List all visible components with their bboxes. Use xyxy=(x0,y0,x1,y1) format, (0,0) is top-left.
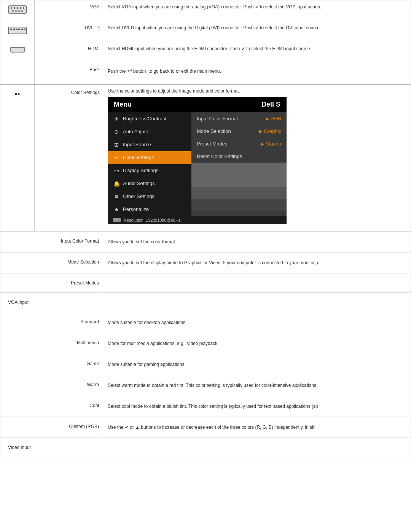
menu-overlay: Menu Dell S ☀ Brightness/Contrast ⊙ Auto… xyxy=(108,97,287,224)
game-detail-desc: Mode suitable for gaming applications. xyxy=(103,354,411,375)
svg-rect-10 xyxy=(8,27,27,34)
arrow-icon: ▶ xyxy=(266,116,269,121)
menu-item-input-source[interactable]: ⊞ Input Source xyxy=(108,138,191,151)
detail-row-standard: Standard Mode suitable for desktop appli… xyxy=(0,312,411,333)
reset-color-label: Reset Color Settings xyxy=(197,153,242,159)
menu-item-input-source-label: Input Source xyxy=(123,142,151,147)
vga-input-detail-desc xyxy=(103,292,411,312)
menu-right-column: Input Color Format ▶ RGB Mode Selection … xyxy=(191,112,287,216)
svg-rect-12 xyxy=(13,29,15,30)
menu-body: ☀ Brightness/Contrast ⊙ Auto Adjust ⊞ In… xyxy=(108,112,287,216)
svg-point-5 xyxy=(23,7,24,9)
svg-point-6 xyxy=(12,10,14,12)
dvi-desc: Select DVI-D input when you are using th… xyxy=(103,21,411,42)
svg-point-3 xyxy=(17,7,18,9)
menu-title: Menu xyxy=(114,101,132,109)
game-detail-label: Game xyxy=(0,354,103,375)
svg-point-9 xyxy=(21,10,23,12)
input-color-format-detail-desc: Allows you to set the color format. xyxy=(103,231,411,252)
svg-point-19 xyxy=(116,219,117,220)
svg-point-18 xyxy=(115,219,115,220)
svg-rect-15 xyxy=(21,29,23,30)
dvi-icon-cell xyxy=(0,21,35,42)
svg-point-1 xyxy=(11,7,12,9)
svg-rect-11 xyxy=(10,29,12,30)
preset-modes-arrow: ▶ Standa xyxy=(261,141,281,147)
vga-desc: Select VGA input when you are using the … xyxy=(103,0,411,21)
menu-item-color-settings[interactable]: •• Color Settings xyxy=(108,151,191,164)
dvi-row: DVI - D Select DVI-D input when you are … xyxy=(0,21,411,42)
vga-icon-cell xyxy=(0,0,35,21)
menu-item-other-settings-label: Other Settings xyxy=(123,193,155,199)
detail-row-game: Game Mode suitable for gaming applicatio… xyxy=(0,354,411,375)
input-color-format-detail-label: Input Color Format xyxy=(0,231,103,252)
svg-rect-17 xyxy=(113,218,121,222)
vga-input-detail-label: VGA input xyxy=(0,292,103,312)
audio-settings-icon: 🔔 xyxy=(113,181,120,187)
menu-item-personalize[interactable]: ★ Personalize xyxy=(108,203,191,216)
menu-footer: Resolution: 1920x1080@60Hz xyxy=(108,216,287,224)
menu-item-audio-settings-label: Audio Settings xyxy=(123,181,155,186)
warm-detail-desc: Select warm mode to obtain a red tint. T… xyxy=(103,375,411,396)
hdmi-desc: Select HDMI input when you are using the… xyxy=(103,42,411,63)
standard-detail-desc: Mode suitable for desktop applications. xyxy=(103,312,411,333)
menu-right-input-color-format[interactable]: Input Color Format ▶ RGB xyxy=(191,112,287,125)
vga-connector-icon xyxy=(8,4,27,15)
mode-arrow-icon: ▶ xyxy=(259,129,263,134)
detail-row-preset-modes: Preset Modes xyxy=(0,273,411,292)
menu-right-empty-4 xyxy=(191,199,287,211)
mode-selection-detail-label: Mode Selection xyxy=(0,252,103,273)
menu-left-column: ☀ Brightness/Contrast ⊙ Auto Adjust ⊞ In… xyxy=(108,112,191,216)
menu-item-personalize-label: Personalize xyxy=(123,206,149,212)
menu-item-brightness[interactable]: ☀ Brightness/Contrast xyxy=(108,112,191,125)
back-label: Back xyxy=(35,63,103,84)
color-settings-description: Use the color settings to adjust the Ima… xyxy=(108,88,406,94)
preset-arrow-icon: ▶ xyxy=(261,141,264,147)
menu-right-empty-1 xyxy=(191,163,287,175)
svg-rect-0 xyxy=(8,6,27,13)
menu-brand: Dell S xyxy=(261,101,280,109)
video-input-detail-desc xyxy=(103,438,411,457)
menu-item-display-settings-label: Display Settings xyxy=(123,168,158,173)
input-color-format-arrow: ▶ RGB xyxy=(266,116,281,121)
hdmi-label: HDMI xyxy=(35,42,103,63)
svg-point-7 xyxy=(15,10,17,12)
color-settings-icon: •• xyxy=(14,90,20,98)
standard-detail-label: Standard xyxy=(0,312,103,333)
custom-rgb-detail-desc: Use the ✔ or ▲ buttons to increase or de… xyxy=(103,417,411,438)
video-input-detail-label: Video input xyxy=(0,438,103,457)
detail-row-warm: Warm Select warm mode to obtain a red ti… xyxy=(0,375,411,396)
back-desc: Push the ↩ button to go back to or exit … xyxy=(103,63,411,84)
back-icon-cell xyxy=(0,63,35,84)
detail-row-input-color-format: Input Color Format Allows you to set the… xyxy=(0,231,411,252)
color-settings-menu-icon: •• xyxy=(113,155,120,161)
menu-item-auto-adjust[interactable]: ⊙ Auto Adjust xyxy=(108,125,191,138)
svg-point-20 xyxy=(118,219,118,220)
input-source-icon: ⊞ xyxy=(113,142,120,148)
cool-detail-label: Cool xyxy=(0,396,103,417)
auto-adjust-icon: ⊙ xyxy=(113,129,120,135)
svg-rect-13 xyxy=(16,29,18,30)
menu-footer-text: Resolution: 1920x1080@60Hz xyxy=(124,218,180,222)
menu-right-preset-modes[interactable]: Preset Modes ▶ Standa xyxy=(191,137,287,150)
menu-item-color-settings-label: Color Settings xyxy=(123,155,154,160)
vga-label: VGA xyxy=(35,0,103,21)
hdmi-row: HDMI Select HDMI input when you are usin… xyxy=(0,42,411,63)
menu-right-reset-color[interactable]: Reset Color Settings xyxy=(191,150,287,163)
personalize-icon: ★ xyxy=(113,206,120,212)
multimedia-detail-desc: Mode for multimedia applications, e.g., … xyxy=(103,333,411,354)
svg-rect-16 xyxy=(24,29,25,30)
brightness-icon: ☀ xyxy=(113,116,120,122)
hdmi-icon-cell xyxy=(0,42,35,63)
menu-right-mode-selection[interactable]: Mode Selection ▶ Graphic xyxy=(191,125,287,137)
mode-selection-detail-desc: Allows you to set the display mode to Gr… xyxy=(103,252,411,273)
menu-item-display-settings[interactable]: ▭ Display Settings xyxy=(108,164,191,177)
back-row: Back Push the ↩ button to go back to or … xyxy=(0,63,411,84)
dvi-connector-icon xyxy=(8,25,27,36)
menu-item-other-settings[interactable]: ≡ Other Settings xyxy=(108,190,191,203)
menu-item-audio-settings[interactable]: 🔔 Audio Settings xyxy=(108,177,191,190)
menu-right-empty-3 xyxy=(191,187,287,199)
preset-modes-detail-desc xyxy=(103,273,411,292)
input-color-format-value: RGB xyxy=(271,116,281,121)
display-settings-icon: ▭ xyxy=(113,168,120,174)
